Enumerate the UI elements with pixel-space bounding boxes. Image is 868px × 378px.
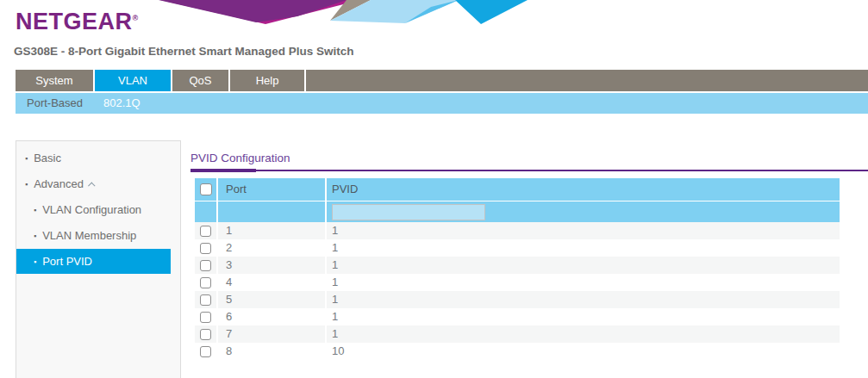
row-checkbox[interactable] [200,346,211,357]
bullet-icon: ▪ [34,257,36,266]
column-header-port: Port [216,178,325,201]
nav-tab-qos[interactable]: QoS [172,70,228,91]
table-row: 5 1 [195,291,840,308]
registered-mark: ® [133,14,139,22]
sidebar-item-label: VLAN Membership [42,229,136,242]
sidebar-item-label: Basic [34,152,61,164]
row-checkbox[interactable] [200,294,211,306]
row-checkbox[interactable] [200,329,211,340]
sidebar-item-basic[interactable]: ▪Basic [16,146,180,171]
pvid-filter-input[interactable] [332,204,485,220]
pvid-cell: 1 [325,325,840,343]
table-row: 3 1 [195,257,840,274]
bullet-icon: ▪ [25,154,28,163]
sidebar-item-label: Port PVID [42,255,92,268]
table-header-row: Port PVID [195,178,840,201]
pvid-cell: 1 [325,291,840,308]
row-checkbox[interactable] [200,260,211,271]
select-all-checkbox[interactable] [200,183,212,195]
sidebar-item-label: VLAN Configuration [42,203,141,216]
port-cell: 8 [216,343,325,360]
port-cell: 5 [216,291,325,308]
row-checkbox-cell [195,308,216,325]
heading-rule-thick [190,169,256,172]
sidebar-item-vlan-membership[interactable]: ▪VLAN Membership [16,223,180,249]
subnav-item-802-1q[interactable]: 802.1Q [93,93,151,114]
row-checkbox[interactable] [200,277,211,288]
row-checkbox-cell [195,343,216,360]
product-title: GS308E - 8-Port Gigabit Ethernet Smart M… [14,45,354,58]
collapse-caret-icon [88,182,95,189]
pvid-cell: 10 [325,343,840,360]
table-filter-row [195,201,840,222]
vlan-subnav: Port-Based 802.1Q [16,93,868,114]
table-row: 8 10 [195,343,840,360]
port-cell: 3 [216,257,325,274]
pvid-cell: 1 [325,222,840,239]
pvid-table: Port PVID 1 1 [195,178,840,360]
row-checkbox-cell [195,325,216,343]
table-row: 2 1 [195,239,840,257]
row-checkbox-cell [195,257,216,274]
filter-port-cell [216,201,325,222]
header-checkbox-cell [195,178,216,201]
content-area: ▪Basic ▪Advanced ▪VLAN Configuration ▪VL… [0,140,868,378]
sidebar-item-advanced[interactable]: ▪Advanced [16,171,180,197]
port-cell: 6 [216,308,325,325]
table-row: 4 1 [195,274,840,291]
row-checkbox-cell [195,274,216,291]
bullet-icon: ▪ [25,180,28,189]
table-row: 7 1 [195,325,840,343]
sidebar-item-label: Advanced [34,177,84,190]
netgear-logo-text: NETGEAR [16,9,133,34]
row-checkbox[interactable] [200,312,211,323]
pvid-cell: 1 [325,257,840,274]
sidebar-item-port-pvid[interactable]: ▪Port PVID [16,249,171,274]
port-cell: 1 [216,222,325,239]
table-row: 6 1 [195,308,840,325]
heading-rule [190,169,868,172]
column-header-pvid: PVID [325,178,840,201]
sidebar-item-vlan-configuration[interactable]: ▪VLAN Configuration [16,197,180,223]
filter-checkbox-cell [195,201,216,222]
heading-rule-thin [190,170,868,171]
port-cell: 2 [216,239,325,257]
row-checkbox[interactable] [200,243,211,254]
bullet-icon: ▪ [34,206,36,214]
row-checkbox[interactable] [200,226,211,237]
port-cell: 7 [216,325,325,343]
section-heading: PVID Configuration [190,152,868,164]
nav-tab-vlan[interactable]: VLAN [95,70,171,91]
subnav-item-port-based[interactable]: Port-Based [16,93,93,114]
bullet-icon: ▪ [34,232,36,240]
row-checkbox-cell [195,291,216,308]
row-checkbox-cell [195,239,216,257]
app-window: NETGEAR® GS308E - 8-Port Gigabit Etherne… [0,0,868,378]
pvid-cell: 1 [325,239,840,257]
pvid-cell: 1 [325,308,840,325]
pvid-cell: 1 [325,274,840,291]
main-panel: PVID Configuration Port PVID [190,140,868,360]
row-checkbox-cell [195,222,216,239]
filter-pvid-cell [325,201,840,222]
port-cell: 4 [216,274,325,291]
nav-bar-filler [306,70,868,91]
table-row: 1 1 [195,222,840,239]
nav-tab-system[interactable]: System [16,70,93,91]
main-nav: System VLAN QoS Help [16,70,868,91]
netgear-logo: NETGEAR® [16,6,139,34]
nav-tab-help[interactable]: Help [230,70,304,91]
sidebar: ▪Basic ▪Advanced ▪VLAN Configuration ▪VL… [16,140,181,378]
page-header: NETGEAR® GS308E - 8-Port Gigabit Etherne… [0,0,868,70]
